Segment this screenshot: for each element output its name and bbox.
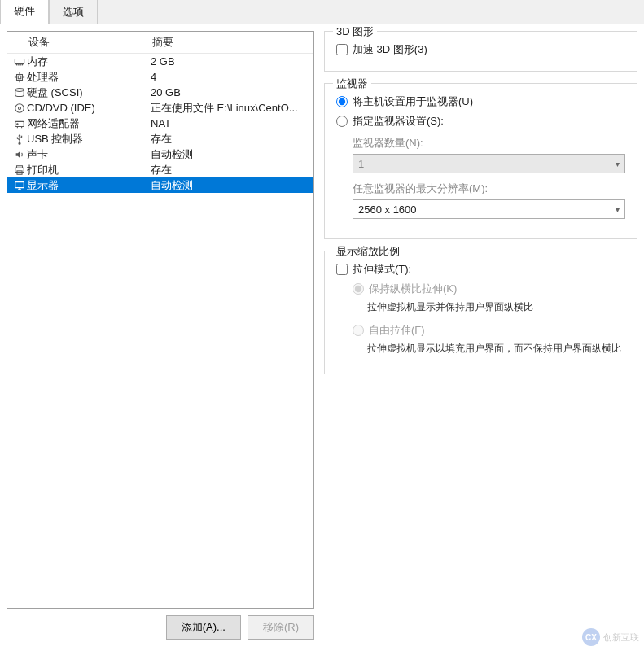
checkbox-stretch-mode-input[interactable] xyxy=(336,264,348,275)
svg-rect-7 xyxy=(18,76,21,79)
hardware-row-name: 处理器 xyxy=(27,70,59,85)
checkbox-accelerate-3d-input[interactable] xyxy=(336,44,348,55)
hardware-row[interactable]: 处理器4 xyxy=(7,69,313,85)
remove-button: 移除(R) xyxy=(248,615,314,640)
radio-free-stretch-input xyxy=(353,325,364,336)
group-scale-title: 显示缩放比例 xyxy=(333,244,403,259)
cpu-icon xyxy=(12,72,27,83)
hardware-row[interactable]: 硬盘 (SCSI)20 GB xyxy=(7,85,313,100)
svg-rect-22 xyxy=(15,168,24,172)
group-3d-title: 3D 图形 xyxy=(333,24,377,39)
hardware-row-summary: 2 GB xyxy=(151,55,309,68)
radio-free-stretch-label: 自由拉伸(F) xyxy=(369,323,425,338)
svg-rect-24 xyxy=(15,181,24,187)
header-device: 设备 xyxy=(14,35,152,50)
hardware-row-name: 硬盘 (SCSI) xyxy=(27,85,83,100)
hardware-row[interactable]: 网络适配器NAT xyxy=(7,116,313,131)
radio-keep-aspect-label: 保持纵横比拉伸(K) xyxy=(369,282,457,296)
hardware-row-summary: 自动检测 xyxy=(151,147,309,162)
hardware-row-name: 网络适配器 xyxy=(27,116,80,131)
hardware-row-summary: 20 GB xyxy=(151,86,309,98)
radio-keep-aspect: 保持纵横比拉伸(K) xyxy=(353,279,625,299)
svg-point-18 xyxy=(17,123,18,124)
hardware-row[interactable]: 打印机存在 xyxy=(7,162,313,177)
monitor-maxres-value: 2560 x 1600 xyxy=(358,203,417,216)
watermark: CX 创新互联 xyxy=(582,628,639,646)
hardware-row-name: 声卡 xyxy=(27,147,48,162)
radio-keep-aspect-input xyxy=(353,283,364,295)
hardware-row-summary: 存在 xyxy=(151,132,309,146)
hardware-row-summary: 存在 xyxy=(151,163,309,177)
svg-rect-0 xyxy=(15,59,24,63)
tab-hardware[interactable]: 硬件 xyxy=(0,0,49,24)
cd-icon xyxy=(12,103,27,114)
radio-free-stretch: 自由拉伸(F) xyxy=(353,321,625,340)
watermark-logo-icon: CX xyxy=(582,628,600,646)
radio-use-host[interactable]: 将主机设置用于监视器(U) xyxy=(336,92,625,111)
usb-icon xyxy=(12,133,27,145)
svg-point-20 xyxy=(19,142,20,144)
free-stretch-desc: 拉伸虚拟机显示以填充用户界面，而不保持用户界面纵横比 xyxy=(367,342,625,356)
chevron-down-icon: ▾ xyxy=(616,159,620,168)
radio-use-host-label: 将主机设置用于监视器(U) xyxy=(353,94,473,109)
monitor-count-label: 监视器数量(N): xyxy=(353,136,625,151)
svg-point-13 xyxy=(15,103,24,112)
network-icon xyxy=(12,118,27,129)
hardware-row-name: 打印机 xyxy=(27,163,59,177)
hardware-row[interactable]: CD/DVD (IDE)正在使用文件 E:\Linux\CentO... xyxy=(7,100,313,116)
svg-point-12 xyxy=(15,88,24,91)
radio-specify-label: 指定监视器设置(S): xyxy=(353,114,444,129)
hardware-row[interactable]: 显示器自动检测 xyxy=(7,177,313,193)
hardware-row[interactable]: 声卡自动检测 xyxy=(7,146,313,162)
hardware-row-name: USB 控制器 xyxy=(27,132,83,146)
hardware-row-summary: 自动检测 xyxy=(151,178,309,193)
radio-specify-input[interactable] xyxy=(336,116,348,127)
checkbox-accelerate-3d-label: 加速 3D 图形(3) xyxy=(353,42,427,57)
hardware-row-summary: 4 xyxy=(151,71,309,83)
group-3d-graphics: 3D 图形 加速 3D 图形(3) xyxy=(324,31,637,72)
checkbox-stretch-mode-label: 拉伸模式(T): xyxy=(353,262,411,277)
hardware-row-summary: 正在使用文件 E:\Linux\CentO... xyxy=(151,101,309,116)
sound-icon xyxy=(12,149,27,160)
printer-icon xyxy=(12,164,27,176)
keep-aspect-desc: 拉伸虚拟机显示并保持用户界面纵横比 xyxy=(367,300,625,314)
watermark-text: 创新互联 xyxy=(603,631,639,644)
group-monitor: 监视器 将主机设置用于监视器(U) 指定监视器设置(S): 监视器数量(N): … xyxy=(324,83,637,239)
chevron-down-icon: ▾ xyxy=(616,205,620,214)
disk-icon xyxy=(12,87,27,98)
tab-options[interactable]: 选项 xyxy=(49,0,98,24)
hardware-row-summary: NAT xyxy=(151,117,309,129)
svg-point-14 xyxy=(18,107,20,109)
add-button[interactable]: 添加(A)... xyxy=(166,615,241,640)
monitor-maxres-select[interactable]: 2560 x 1600 ▾ xyxy=(353,199,625,219)
header-summary: 摘要 xyxy=(152,35,307,50)
monitor-count-select: 1 ▾ xyxy=(353,154,625,173)
hardware-row[interactable]: 内存2 GB xyxy=(7,54,313,69)
hardware-row[interactable]: USB 控制器存在 xyxy=(7,131,313,146)
monitor-count-value: 1 xyxy=(358,158,364,170)
hardware-list: 设备 摘要 内存2 GB处理器4硬盘 (SCSI)20 GBCD/DVD (ID… xyxy=(7,31,314,609)
checkbox-stretch-mode[interactable]: 拉伸模式(T): xyxy=(336,260,625,279)
monitor-maxres-label: 任意监视器的最大分辨率(M): xyxy=(353,181,625,196)
checkbox-accelerate-3d[interactable]: 加速 3D 图形(3) xyxy=(336,40,625,59)
memory-icon xyxy=(12,56,27,68)
svg-rect-6 xyxy=(17,74,23,80)
hardware-list-header: 设备 摘要 xyxy=(7,32,313,54)
hardware-row-name: 内存 xyxy=(27,55,48,69)
group-monitor-title: 监视器 xyxy=(333,76,371,91)
display-icon xyxy=(12,180,27,191)
radio-use-host-input[interactable] xyxy=(336,96,348,107)
hardware-row-name: 显示器 xyxy=(27,178,59,193)
radio-specify[interactable]: 指定监视器设置(S): xyxy=(336,111,625,131)
hardware-row-name: CD/DVD (IDE) xyxy=(27,102,95,114)
group-display-scale: 显示缩放比例 拉伸模式(T): 保持纵横比拉伸(K) 拉伸虚拟机显示并保持用户界… xyxy=(324,251,637,374)
